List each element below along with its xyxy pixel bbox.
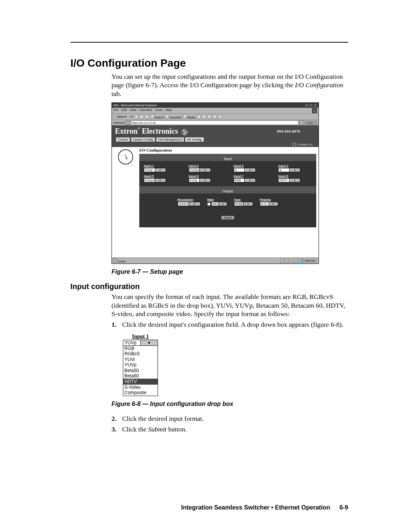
ie-titlebar: ISS - Microsoft Internet Explorer _ □ ×	[112, 103, 319, 108]
resolution-select[interactable]: 1024x768▾	[178, 202, 201, 206]
chevron-down-icon: ▾	[140, 340, 158, 345]
home-icon[interactable]	[145, 115, 149, 119]
maximize-icon[interactable]: □	[309, 104, 313, 107]
search-button[interactable]: Search	[150, 114, 164, 119]
option-composite[interactable]: Composite	[123, 390, 158, 395]
status-icon	[113, 258, 118, 262]
electronics-seal-icon	[118, 149, 133, 165]
forward-button[interactable]: → ▾	[127, 115, 133, 118]
tab-io-config[interactable]: I/O Config	[185, 137, 204, 142]
rate-label: Rate	[207, 198, 227, 201]
step-3-text: Click the Submit button.	[122, 425, 187, 434]
mail-icon[interactable]	[202, 115, 206, 119]
contact-us-link[interactable]: Contact Us	[297, 143, 312, 146]
refresh-icon[interactable]	[140, 115, 144, 119]
input-1-select[interactable]: YUVp▾	[144, 168, 166, 172]
globe-icon: 🌐	[300, 259, 304, 262]
chevron-down-icon: ▾	[155, 168, 166, 172]
footer-text: Integration Seamless Switcher • Ethernet…	[181, 504, 330, 511]
dropbox-label: Input 1	[123, 334, 158, 340]
history-icon[interactable]	[197, 115, 201, 119]
input-5-label: Input 5	[144, 174, 177, 178]
option-hdtv[interactable]: HDTV	[123, 379, 158, 384]
extron-header: Extron® Electronics 800.633.9876 Control…	[112, 125, 319, 147]
chevron-down-icon: ▾	[199, 168, 210, 172]
ie-logo-icon: e	[312, 108, 317, 113]
input-grid: Input 1YUVp▾ Input 2Composite▾ Input 3S-…	[144, 164, 312, 182]
option-rgbcs[interactable]: RGBcS	[123, 351, 158, 356]
links-button[interactable]: Links »	[305, 121, 317, 125]
input-4-select[interactable]: S-Video▾	[278, 168, 300, 172]
figure-6-7-screenshot: ISS - Microsoft Internet Explorer _ □ × …	[112, 102, 319, 264]
tab-control[interactable]: Control	[116, 137, 130, 142]
address-icon	[126, 121, 130, 125]
envelope-icon	[292, 143, 296, 145]
tab-file-management[interactable]: File Management	[156, 137, 184, 142]
resolution-label: Resolution	[178, 198, 201, 201]
chevron-down-icon: ▾	[244, 179, 255, 182]
submit-button[interactable]: Submit	[221, 216, 235, 220]
stop-icon[interactable]	[134, 115, 139, 119]
option-beta60[interactable]: Beta60	[123, 373, 158, 379]
input-8-select[interactable]: HDTV▾	[278, 178, 300, 182]
input-5-select[interactable]: Composite▾	[144, 178, 166, 182]
option-rgb[interactable]: RGB	[123, 346, 158, 351]
go-button[interactable]	[299, 120, 304, 125]
minimize-icon[interactable]: _	[305, 104, 309, 107]
chevron-down-icon: ▾	[219, 202, 227, 206]
phone-number: 800.633.9876	[277, 129, 300, 133]
polarity-select[interactable]: H-/V-▾	[260, 202, 278, 206]
menu-file[interactable]: File	[113, 108, 118, 112]
media-button[interactable]: Media	[183, 114, 196, 119]
chevron-down-icon: ▾	[289, 179, 300, 182]
option-yuvi[interactable]: YUVi	[123, 357, 158, 362]
rate-radio[interactable]	[207, 203, 210, 206]
globe-icon	[182, 129, 188, 135]
ie-addressbar: Address Links »	[112, 120, 319, 125]
chevron-down-icon: ▾	[189, 202, 200, 206]
type-select[interactable]: RGBHV▾	[234, 202, 253, 206]
figure-6-8-dropbox: Input 1 YUVp ▾ RGB RGBcS YUVi YUVp Beta5…	[123, 334, 158, 396]
dropbox-select[interactable]: YUVp ▾	[123, 340, 158, 346]
back-button[interactable]: ← Back ▾	[113, 115, 126, 118]
nav-tabs: Control System Config File Management I/…	[115, 137, 315, 142]
chevron-down-icon: ▾	[243, 202, 253, 206]
page-content: I/O Configuration Input Input 1YUVp▾ Inp…	[112, 147, 319, 257]
input-3-label: Input 3	[234, 164, 267, 168]
status-text: Done	[118, 260, 126, 263]
subsection-heading: Input configuration	[70, 282, 348, 291]
figure-6-7-caption: Figure 6-7 — Setup page	[112, 268, 348, 275]
chevron-down-icon: ▾	[199, 179, 210, 182]
chevron-down-icon: ▾	[269, 202, 278, 206]
option-beta50[interactable]: Beta50	[123, 368, 158, 373]
menu-edit[interactable]: Edit	[121, 108, 127, 112]
menu-favorites[interactable]: Favorites	[140, 108, 152, 112]
option-yuvp[interactable]: YUVp	[123, 362, 158, 367]
edit-icon[interactable]	[213, 115, 217, 119]
input-6-select[interactable]: YUVp▾	[189, 178, 211, 182]
input-2-select[interactable]: Composite▾	[189, 168, 211, 172]
intro-text-italic: I/O Configuration	[295, 81, 343, 89]
input-7-select[interactable]: RGB▾	[234, 178, 256, 182]
address-input[interactable]	[131, 120, 298, 125]
tab-system-config[interactable]: System Config	[131, 137, 155, 142]
input-3-select[interactable]: S-Video▾	[234, 168, 256, 172]
menu-tools[interactable]: Tools	[155, 108, 162, 112]
print-icon[interactable]	[207, 115, 212, 119]
discuss-icon[interactable]	[218, 115, 222, 119]
window-controls: _ □ ×	[305, 104, 317, 107]
brand-logo: Extron® Electronics	[115, 127, 188, 136]
menu-help[interactable]: Help	[166, 108, 172, 112]
close-icon[interactable]: ×	[313, 104, 317, 107]
zone-text: Internet	[305, 259, 315, 262]
subsection-body: You can specify the format of each input…	[112, 292, 348, 318]
intro-text-3: tab.	[112, 90, 121, 97]
favorites-button[interactable]: Favorites	[165, 114, 182, 119]
menu-view[interactable]: View	[130, 108, 136, 112]
rate-select[interactable]: 60Hz▾	[211, 202, 227, 206]
input-7-label: Input 7	[234, 174, 267, 178]
input-6-label: Input 6	[189, 174, 222, 178]
input-2-label: Input 2	[189, 164, 222, 168]
output-band: Output	[139, 189, 316, 193]
option-svideo[interactable]: S-Video	[123, 385, 158, 390]
